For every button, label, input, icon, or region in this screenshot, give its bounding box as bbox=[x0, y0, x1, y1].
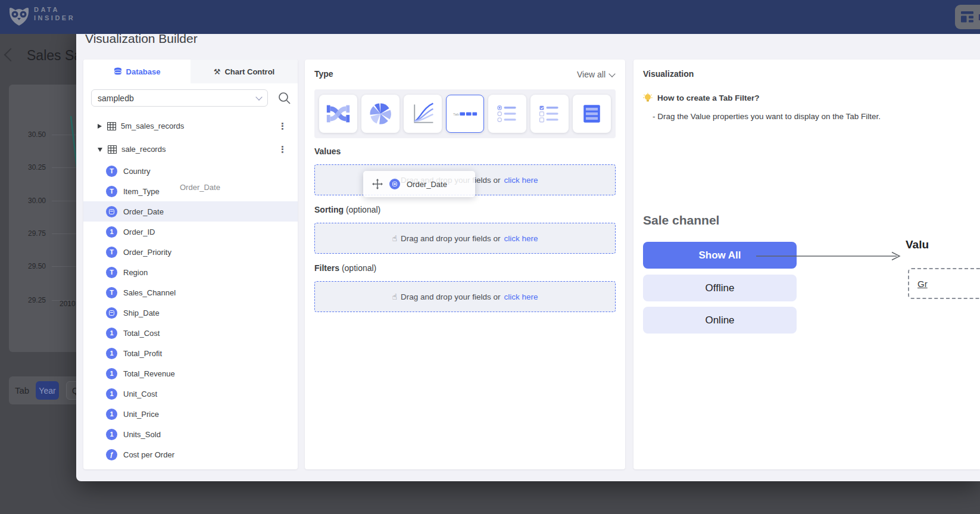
annotation-arrow bbox=[756, 250, 903, 262]
chart-type-sankey[interactable] bbox=[319, 95, 357, 133]
annotation-group-box: Gr bbox=[908, 268, 980, 299]
tip-title: How to create a Tab Filter? bbox=[657, 94, 760, 102]
tab-chart-control-label: Chart Control bbox=[224, 67, 274, 76]
chart-type-table[interactable] bbox=[573, 95, 611, 133]
field-row-unit-price[interactable]: 1 Unit_Price bbox=[83, 404, 298, 424]
chart-type-radio-list[interactable] bbox=[488, 95, 526, 133]
page-title: Sales Sa bbox=[27, 48, 82, 64]
preview-title: Sale channel bbox=[643, 213, 719, 228]
preview-offline-button[interactable]: Offline bbox=[643, 275, 797, 301]
field-row-sales-channel[interactable]: T Sales_Channel bbox=[83, 282, 298, 303]
number-field-icon: 1 bbox=[106, 226, 117, 238]
tools-icon: ⚒ bbox=[214, 67, 221, 76]
line-chart-icon bbox=[410, 101, 436, 127]
database-icon bbox=[114, 67, 122, 76]
drag-hand-icon: ☝ bbox=[392, 233, 398, 243]
tip-body: - Drag the Value properties you want to … bbox=[653, 112, 881, 121]
dropzone-text: Drag and drop your fields or bbox=[401, 292, 500, 301]
drag-source-ghost-label: Order_Date bbox=[180, 183, 220, 192]
chart-type-line[interactable] bbox=[404, 95, 442, 133]
field-row-unit-cost[interactable]: 1 Unit_Cost bbox=[83, 384, 298, 404]
owl-logo-icon bbox=[8, 6, 30, 27]
chart-type-pie[interactable] bbox=[361, 95, 400, 133]
dropzone-click-here-link[interactable]: click here bbox=[504, 292, 538, 301]
table-row-5m-sales-records[interactable]: 5m_sales_records ⋮ bbox=[83, 114, 298, 138]
chevron-down-icon bbox=[255, 94, 262, 100]
field-row-total-profit[interactable]: 1 Total_Profit bbox=[83, 343, 298, 363]
table-list-icon bbox=[579, 101, 605, 127]
date-field-icon bbox=[389, 179, 400, 189]
filters-dropzone[interactable]: ☝ Drag and drop your fields or click her… bbox=[314, 281, 616, 312]
move-icon bbox=[372, 179, 383, 189]
date-field-icon bbox=[106, 307, 117, 319]
number-field-icon: 1 bbox=[106, 368, 117, 379]
table-row-sale-records[interactable]: sale_records ⋮ bbox=[83, 138, 298, 161]
back-chevron-icon[interactable] bbox=[4, 48, 18, 62]
visualization-builder-modal: Visualization Builder Database ⚒ Chart C… bbox=[76, 26, 980, 481]
pie-icon bbox=[367, 101, 394, 127]
chart-type-checkbox-list[interactable] bbox=[530, 95, 569, 133]
text-field-icon: T bbox=[106, 287, 117, 298]
field-row-cost-per-order[interactable]: ƒ Cost per Order bbox=[83, 444, 298, 465]
chart-type-tab-filter[interactable]: Tab bbox=[446, 95, 484, 133]
lightbulb-icon bbox=[643, 93, 653, 103]
background-tab-filter-widget: Tab Year Qu bbox=[9, 376, 76, 404]
date-field-icon bbox=[106, 206, 117, 217]
table-icon bbox=[108, 145, 117, 154]
tab-database[interactable]: Database bbox=[83, 60, 191, 83]
type-section-label: Type bbox=[314, 69, 333, 79]
search-icon[interactable] bbox=[277, 91, 292, 105]
field-row-country[interactable]: T Country bbox=[83, 161, 298, 181]
dropzone-text: Drag and drop your fields or bbox=[401, 234, 500, 243]
schema-tree: 5m_sales_records ⋮ sale_records ⋮ bbox=[83, 114, 298, 465]
database-select-value: sampledb bbox=[98, 94, 134, 103]
drag-ghost-label: Order_Date bbox=[407, 180, 447, 189]
radio-list-icon bbox=[494, 101, 520, 127]
visualization-panel: Visualization How to create a Tab Filter… bbox=[633, 60, 980, 469]
tab-filter-label: Tab bbox=[15, 385, 29, 395]
database-panel: Database ⚒ Chart Control sampledb bbox=[83, 60, 298, 469]
dropzone-click-here-link[interactable]: click here bbox=[504, 234, 538, 243]
chart-type-strip: Tab bbox=[314, 89, 616, 138]
values-section-label: Values bbox=[314, 147, 341, 156]
checkbox-list-icon bbox=[536, 101, 563, 127]
caret-right-icon[interactable] bbox=[98, 124, 102, 129]
dashboard-button[interactable]: D bbox=[955, 5, 980, 29]
caret-down-icon[interactable] bbox=[98, 148, 102, 152]
text-field-icon: T bbox=[106, 247, 117, 258]
number-field-icon: 1 bbox=[106, 388, 117, 400]
number-field-icon: 1 bbox=[106, 429, 117, 440]
tab-database-label: Database bbox=[126, 67, 161, 76]
kebab-menu-icon[interactable]: ⋮ bbox=[278, 121, 287, 132]
table-icon bbox=[107, 122, 116, 130]
annotation-group-link[interactable]: Gr bbox=[917, 279, 928, 289]
field-row-order-date[interactable]: Order_Date bbox=[83, 201, 298, 222]
field-row-units-sold[interactable]: 1 Units_Sold bbox=[83, 424, 298, 444]
background-line-chart: 30.50 30.25 30.00 29.75 29.50 29.25 2010 bbox=[9, 85, 76, 352]
dropzone-click-here-link[interactable]: click here bbox=[504, 176, 538, 185]
tab-chart-control[interactable]: ⚒ Chart Control bbox=[191, 60, 298, 83]
sorting-dropzone[interactable]: ☝ Drag and drop your fields or click her… bbox=[314, 223, 616, 254]
svg-text:Tab: Tab bbox=[453, 112, 460, 116]
field-row-total-revenue[interactable]: 1 Total_Revenue bbox=[83, 363, 298, 384]
preview-online-button[interactable]: Online bbox=[643, 307, 797, 334]
tab-filter-selected-pill[interactable]: Year bbox=[36, 381, 59, 400]
text-field-icon: T bbox=[106, 267, 117, 278]
table-name: sale_records bbox=[121, 145, 166, 154]
number-field-icon: 1 bbox=[106, 348, 117, 359]
field-row-order-id[interactable]: 1 Order_ID bbox=[83, 222, 298, 242]
text-field-icon: T bbox=[106, 186, 117, 197]
kebab-menu-icon[interactable]: ⋮ bbox=[278, 144, 287, 155]
top-navbar: DATA INSIDER D bbox=[0, 0, 980, 34]
field-row-order-priority[interactable]: T Order_Priority bbox=[83, 242, 298, 262]
database-select[interactable]: sampledb bbox=[91, 89, 268, 107]
annotation-value-label: Valu bbox=[906, 238, 929, 251]
field-row-ship-date[interactable]: Ship_Date bbox=[83, 303, 298, 323]
text-field-icon: T bbox=[106, 166, 117, 177]
field-row-region[interactable]: T Region bbox=[83, 262, 298, 282]
view-all-label: View all bbox=[577, 70, 606, 79]
field-row-total-cost[interactable]: 1 Total_Cost bbox=[83, 323, 298, 343]
screen: DATA INSIDER D Sales Sa 30.50 30.25 30.0… bbox=[0, 0, 980, 514]
view-all-button[interactable]: View all bbox=[577, 70, 614, 79]
brand-name: DATA INSIDER bbox=[34, 5, 75, 22]
